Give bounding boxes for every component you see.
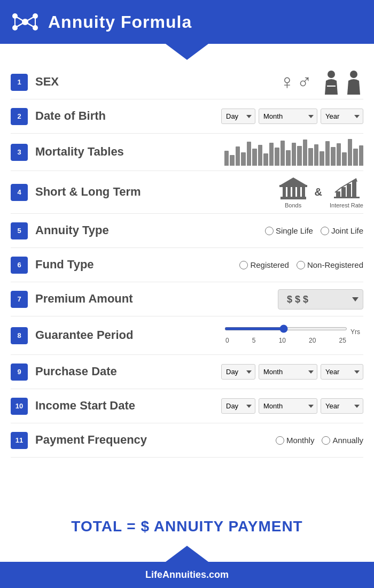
interest-rate-icon bbox=[333, 176, 361, 200]
page-title: Annuity Formula bbox=[48, 12, 192, 32]
mortality-bar bbox=[331, 147, 335, 165]
dob-row: 2 Date of Birth Day Month Year bbox=[11, 99, 363, 134]
income-month-select[interactable]: Month bbox=[259, 398, 317, 414]
svg-rect-24 bbox=[347, 184, 351, 197]
registered-option[interactable]: Registered bbox=[239, 260, 289, 269]
row-number-4: 4 bbox=[11, 184, 28, 201]
short-long-row: 4 Short & Long Term Bonds & bbox=[11, 171, 363, 214]
male-icon[interactable] bbox=[344, 70, 363, 95]
guarantee-control: Yrs 0 5 10 20 25 bbox=[224, 327, 363, 344]
ampersand: & bbox=[315, 186, 322, 198]
network-icon bbox=[11, 7, 40, 36]
slider-unit: Yrs bbox=[350, 327, 360, 336]
svg-rect-25 bbox=[352, 181, 356, 197]
bonds-icon bbox=[279, 176, 307, 200]
payment-freq-row: 11 Payment Frequency Monthly Annually bbox=[11, 423, 363, 458]
purchase-day-select[interactable]: Day bbox=[221, 364, 255, 380]
mortality-row: 3 Mortality Tables bbox=[11, 134, 363, 171]
dob-year-select[interactable]: Year bbox=[321, 109, 363, 124]
mortality-bar-chart bbox=[224, 139, 363, 166]
dob-control: Day Month Year bbox=[221, 109, 363, 124]
guarantee-row: 8 Guarantee Period Yrs 0 5 10 20 25 bbox=[11, 316, 363, 355]
sex-icons[interactable]: ♀♂ bbox=[279, 71, 314, 94]
row-number-3: 3 bbox=[11, 144, 28, 161]
mortality-bar bbox=[359, 145, 363, 166]
annually-option[interactable]: Annually bbox=[322, 436, 363, 445]
registered-radio[interactable] bbox=[239, 261, 248, 269]
premium-control: $ $ $ bbox=[278, 289, 363, 310]
mortality-label: Mortality Tables bbox=[35, 145, 224, 159]
annually-label: Annually bbox=[332, 436, 363, 445]
purchase-month-select[interactable]: Month bbox=[259, 364, 317, 380]
slider-label-5: 5 bbox=[252, 337, 256, 344]
interest-label: Interest Rate bbox=[330, 202, 363, 208]
joint-life-radio[interactable] bbox=[321, 227, 329, 235]
premium-row: 7 Premium Amount $ $ $ bbox=[11, 282, 363, 316]
total-text: TOTAL = $ ANNUITY PAYMENT bbox=[11, 518, 363, 535]
bonds-block: Bonds bbox=[279, 176, 307, 208]
income-day-select[interactable]: Day bbox=[221, 398, 255, 414]
mortality-bar bbox=[280, 141, 285, 166]
footer: LifeAnnuities.com bbox=[0, 562, 374, 588]
sex-label: SEX bbox=[35, 75, 279, 89]
annuity-type-control: Single Life Joint Life bbox=[265, 226, 363, 235]
row-number-2: 2 bbox=[11, 108, 28, 125]
mortality-bar bbox=[286, 150, 290, 166]
svg-marker-15 bbox=[280, 177, 306, 185]
mortality-bar bbox=[292, 143, 296, 165]
svg-rect-18 bbox=[292, 187, 295, 197]
monthly-radio[interactable] bbox=[276, 436, 284, 445]
fund-type-control: Registered Non-Registered bbox=[239, 260, 363, 269]
footer-text: LifeAnnuities.com bbox=[145, 569, 229, 580]
mortality-bar bbox=[348, 139, 352, 166]
mortality-bar bbox=[230, 155, 234, 166]
fund-type-row: 6 Fund Type Registered Non-Registered bbox=[11, 248, 363, 282]
row-number-1: 1 bbox=[11, 74, 28, 91]
joint-life-option[interactable]: Joint Life bbox=[321, 226, 363, 235]
annually-radio[interactable] bbox=[322, 436, 330, 445]
mortality-bar bbox=[269, 143, 274, 165]
bonds-interest-control: Bonds & Interest Rate bbox=[279, 176, 363, 208]
sex-row: 1 SEX ♀♂ bbox=[11, 65, 363, 99]
female-icon[interactable] bbox=[322, 70, 341, 95]
single-life-option[interactable]: Single Life bbox=[265, 226, 313, 235]
guarantee-label: Guarantee Period bbox=[35, 328, 224, 342]
purchase-year-select[interactable]: Year bbox=[321, 364, 363, 380]
mortality-bar bbox=[241, 152, 245, 165]
fund-type-label: Fund Type bbox=[35, 258, 239, 272]
single-life-radio[interactable] bbox=[265, 227, 274, 235]
row-number-7: 7 bbox=[11, 291, 28, 308]
premium-select[interactable]: $ $ $ bbox=[278, 289, 363, 310]
non-registered-radio[interactable] bbox=[297, 261, 305, 269]
premium-label: Premium Amount bbox=[35, 292, 278, 306]
interest-block: Interest Rate bbox=[330, 176, 363, 208]
monthly-option[interactable]: Monthly bbox=[276, 436, 315, 445]
total-section: TOTAL = $ ANNUITY PAYMENT bbox=[0, 502, 374, 546]
income-year-select[interactable]: Year bbox=[321, 398, 363, 414]
non-registered-label: Non-Registered bbox=[307, 260, 363, 269]
non-registered-option[interactable]: Non-Registered bbox=[297, 260, 363, 269]
svg-rect-21 bbox=[334, 197, 360, 198]
purchase-date-label: Purchase Date bbox=[35, 365, 221, 378]
mortality-bar bbox=[252, 149, 256, 165]
annuity-type-radio-group: Single Life Joint Life bbox=[265, 226, 363, 235]
mortality-bar bbox=[308, 148, 313, 165]
guarantee-slider[interactable] bbox=[224, 327, 347, 330]
mortality-bar bbox=[275, 148, 279, 165]
dob-month-select[interactable]: Month bbox=[259, 109, 317, 124]
joint-life-label: Joint Life bbox=[331, 226, 363, 235]
dob-day-select[interactable]: Day bbox=[221, 109, 255, 124]
row-number-11: 11 bbox=[11, 432, 28, 449]
svg-rect-14 bbox=[279, 185, 307, 187]
income-start-row: 10 Income Start Date Day Month Year bbox=[11, 389, 363, 423]
mortality-bar bbox=[353, 149, 357, 165]
row-number-9: 9 bbox=[11, 363, 28, 381]
svg-line-5 bbox=[15, 16, 25, 22]
mortality-bar bbox=[342, 152, 346, 165]
svg-line-8 bbox=[25, 22, 35, 28]
mortality-bar bbox=[297, 146, 301, 166]
header-triangle bbox=[166, 44, 208, 60]
svg-rect-16 bbox=[283, 187, 286, 197]
slider-row: Yrs bbox=[224, 327, 363, 336]
monthly-label: Monthly bbox=[286, 436, 315, 445]
